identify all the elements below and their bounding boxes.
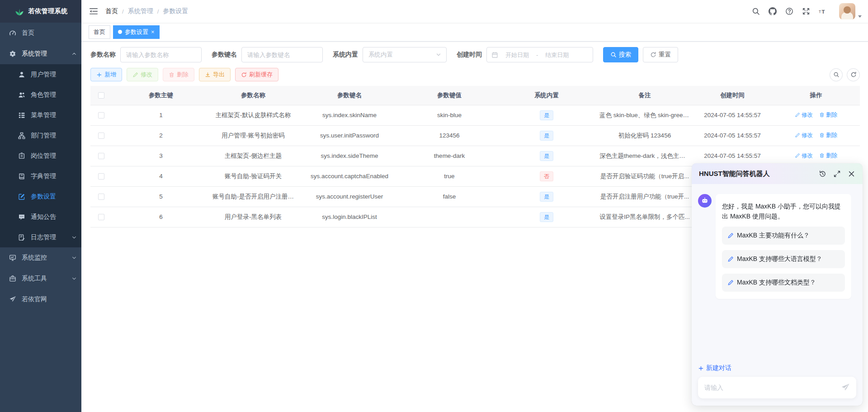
row-edit-button[interactable]: 修改: [795, 132, 813, 139]
sidebar-item-user[interactable]: 用户管理: [0, 64, 81, 85]
sidebar-item-system[interactable]: 系统管理: [0, 43, 81, 64]
row-checkbox[interactable]: [98, 133, 104, 139]
refresh-cache-button[interactable]: 刷新缓存: [235, 68, 278, 81]
sidebar-menu: 首页系统管理用户管理角色管理菜单管理部门管理岗位管理字典管理参数设置通知公告日志…: [0, 23, 81, 412]
sidebar-item-site[interactable]: 若依官网: [0, 289, 81, 310]
sidebar-item-config[interactable]: 参数设置: [0, 186, 81, 207]
row-checkbox-cell: [90, 105, 112, 125]
chat-footer: 新建对话: [692, 364, 863, 406]
sidebar-item-tool[interactable]: 系统工具: [0, 268, 81, 289]
sidebar-toggle-icon[interactable]: [81, 8, 104, 15]
row-delete-button[interactable]: 删除: [819, 152, 837, 160]
app-title: 若依管理系统: [28, 7, 68, 15]
search-button-label: 搜索: [619, 51, 631, 59]
table-header-6: 创建时间: [693, 86, 772, 105]
param-key-input[interactable]: [247, 52, 317, 58]
users-icon: [18, 91, 25, 99]
search-icon[interactable]: [752, 7, 760, 15]
close-icon[interactable]: [848, 170, 855, 178]
row-delete-button[interactable]: 删除: [819, 132, 837, 139]
new-chat-button[interactable]: 新建对话: [698, 364, 731, 372]
tab-首页[interactable]: 首页: [89, 25, 110, 39]
sidebar-item-role[interactable]: 角色管理: [0, 85, 81, 105]
builtin-tag: 是: [540, 212, 553, 222]
refresh-table-button[interactable]: [847, 68, 860, 81]
edit-button[interactable]: 修改: [127, 68, 158, 81]
row-checkbox[interactable]: [98, 153, 104, 159]
reset-button[interactable]: 重置: [643, 47, 678, 62]
cell-ops: 修改删除: [772, 105, 860, 125]
row-edit-label: 修改: [802, 132, 813, 139]
history-icon[interactable]: [819, 170, 826, 178]
tab-active-dot: [118, 30, 122, 34]
cell-remark: 是否开启注册用户功能（true开...: [597, 186, 693, 207]
cell-value: 123456: [402, 125, 496, 146]
param-key-input-wrap: [241, 47, 323, 62]
breadcrumb-item: 参数设置: [163, 7, 188, 15]
book-icon: [18, 173, 25, 180]
row-delete-button[interactable]: 删除: [819, 111, 837, 119]
toggle-search-button[interactable]: [830, 68, 843, 81]
sidebar-item-dept[interactable]: 部门管理: [0, 125, 81, 146]
cell-value: skin-blue: [402, 105, 496, 125]
chat-question-button[interactable]: MaxKB 主要功能有什么？: [722, 227, 845, 245]
toolbox-icon: [9, 275, 16, 282]
sidebar-item-label: 用户管理: [31, 71, 56, 79]
monitor-icon: [9, 254, 16, 261]
help-icon[interactable]: [785, 7, 793, 15]
date-start-input[interactable]: [501, 52, 533, 58]
message-icon: [18, 213, 25, 221]
sidebar-item-label: 系统监控: [22, 254, 47, 262]
date-end-input[interactable]: [541, 52, 573, 58]
chat-question-label: MaxKB 主要功能有什么？: [737, 232, 810, 240]
cell-key: sys.user.initPassword: [297, 125, 402, 146]
cell-ops: 修改删除: [772, 125, 860, 146]
sidebar-item-home[interactable]: 首页: [0, 23, 81, 43]
filter-form: 参数名称 参数键名 系统内置 系统内置: [90, 47, 860, 62]
cell-builtin: 是: [496, 125, 597, 146]
builtin-select-value: 系统内置: [368, 51, 435, 59]
app-logo[interactable]: 若依管理系统: [0, 0, 81, 23]
tab-参数设置[interactable]: 参数设置×: [113, 25, 160, 39]
row-checkbox[interactable]: [98, 194, 104, 200]
select-all-checkbox[interactable]: [98, 92, 104, 99]
row-edit-button[interactable]: 修改: [795, 111, 813, 119]
expand-icon[interactable]: [833, 170, 841, 178]
search-button[interactable]: 搜索: [603, 47, 638, 62]
row-checkbox[interactable]: [98, 112, 104, 118]
sidebar-item-menu[interactable]: 菜单管理: [0, 105, 81, 125]
row-checkbox[interactable]: [98, 214, 104, 220]
sidebar-item-dict[interactable]: 字典管理: [0, 166, 81, 186]
sidebar-item-log[interactable]: 日志管理: [0, 227, 81, 247]
date-range-picker[interactable]: -: [486, 47, 593, 62]
avatar[interactable]: [839, 3, 855, 19]
builtin-tag: 是: [540, 131, 553, 141]
chat-input[interactable]: [704, 384, 841, 391]
param-name-input[interactable]: [126, 52, 196, 58]
cell-key: sys.account.registerUser: [297, 186, 402, 207]
breadcrumb-item[interactable]: 首页: [105, 7, 118, 15]
sidebar-item-label: 角色管理: [31, 91, 56, 99]
send-icon[interactable]: [841, 383, 850, 392]
chat-questions: MaxKB 主要功能有什么？MaxKB 支持哪些大语言模型？MaxKB 支持哪些…: [722, 227, 845, 292]
builtin-select[interactable]: 系统内置: [363, 47, 447, 62]
row-edit-button[interactable]: 修改: [795, 152, 813, 160]
sidebar-item-notice[interactable]: 通知公告: [0, 207, 81, 227]
close-icon[interactable]: ×: [151, 29, 155, 35]
fullscreen-icon[interactable]: [802, 7, 810, 15]
user-menu[interactable]: [839, 3, 862, 19]
row-checkbox[interactable]: [98, 173, 104, 180]
trash-icon: [169, 72, 175, 78]
sidebar-item-post[interactable]: 岗位管理: [0, 146, 81, 166]
delete-button[interactable]: 删除: [163, 68, 194, 81]
github-icon[interactable]: [769, 7, 777, 15]
export-button[interactable]: 导出: [199, 68, 231, 81]
cell-created: 2024-07-05 14:55:57: [693, 125, 772, 146]
chat-question-button[interactable]: MaxKB 支持哪些大语言模型？: [722, 250, 845, 268]
gear-icon: [9, 50, 16, 57]
add-button[interactable]: 新增: [90, 68, 122, 81]
chat-question-button[interactable]: MaxKB 支持哪些文档类型？: [722, 274, 845, 292]
sidebar-item-label: 系统工具: [22, 275, 47, 283]
sidebar-item-monitor[interactable]: 系统监控: [0, 247, 81, 268]
font-size-icon[interactable]: TT: [819, 7, 829, 15]
